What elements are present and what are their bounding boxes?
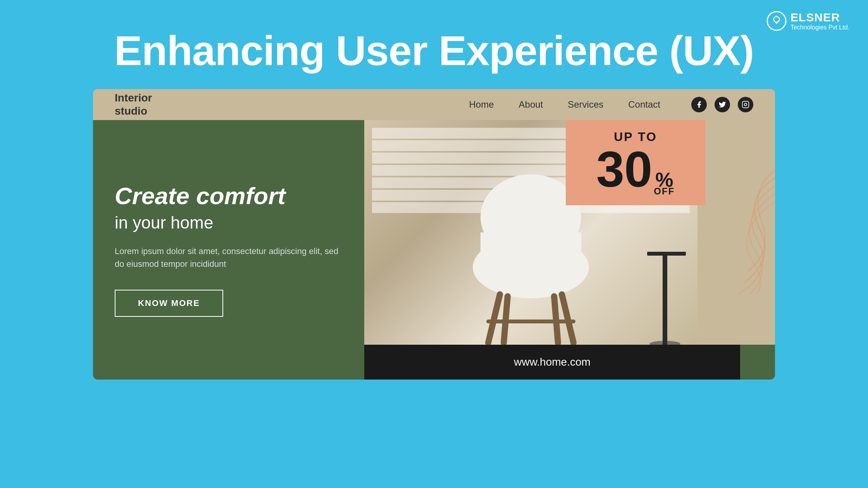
hero-left-panel: Create comfort in your home Lorem ipsum … — [93, 120, 364, 380]
hero-right-panel: UP TO 30 % OFF www.home.com — [364, 120, 775, 380]
discount-number-group: 30 % OFF — [596, 144, 675, 196]
discount-badge: UP TO 30 % OFF — [566, 120, 705, 205]
percent-off-group: % OFF — [654, 170, 675, 196]
know-more-button[interactable]: KNOW MORE — [115, 290, 223, 317]
svg-line-8 — [562, 294, 574, 343]
green-square-deco — [740, 345, 775, 380]
deco-arcs-svg — [698, 159, 775, 294]
svg-line-7 — [488, 294, 500, 343]
nav-link-contact[interactable]: Contact — [628, 99, 660, 110]
side-table-svg — [643, 229, 690, 345]
page-title: Enhancing User Experience (UX) — [0, 26, 868, 75]
mockup-card: Interior studio Home About Services Cont… — [93, 89, 775, 380]
mockup-nav: Interior studio Home About Services Cont… — [93, 89, 775, 120]
social-icons — [691, 97, 753, 112]
hero-subheadline: in your home — [115, 213, 343, 232]
nav-link-services[interactable]: Services — [568, 99, 603, 110]
svg-rect-17 — [663, 256, 667, 345]
svg-point-1 — [774, 17, 779, 22]
discount-number: 30 — [596, 144, 653, 194]
bottom-bar: www.home.com — [364, 345, 775, 380]
nav-link-home[interactable]: Home — [469, 99, 494, 110]
hero-section: Create comfort in your home Lorem ipsum … — [93, 120, 775, 380]
svg-rect-2 — [742, 101, 749, 108]
facebook-icon[interactable] — [691, 97, 707, 112]
svg-rect-6 — [480, 232, 581, 271]
website-url: www.home.com — [364, 345, 740, 380]
nav-link-about[interactable]: About — [519, 99, 543, 110]
hero-headline: Create comfort — [115, 183, 343, 209]
brand-name: Interior studio — [115, 91, 200, 117]
instagram-icon[interactable] — [738, 97, 753, 112]
hero-body-text: Lorem ipsum dolor sit amet, consectetur … — [115, 245, 343, 270]
svg-rect-16 — [647, 252, 686, 256]
twitter-icon[interactable] — [715, 97, 730, 112]
off-label: OFF — [654, 187, 675, 196]
svg-point-18 — [649, 341, 680, 345]
nav-links: Home About Services Contact — [469, 99, 661, 110]
